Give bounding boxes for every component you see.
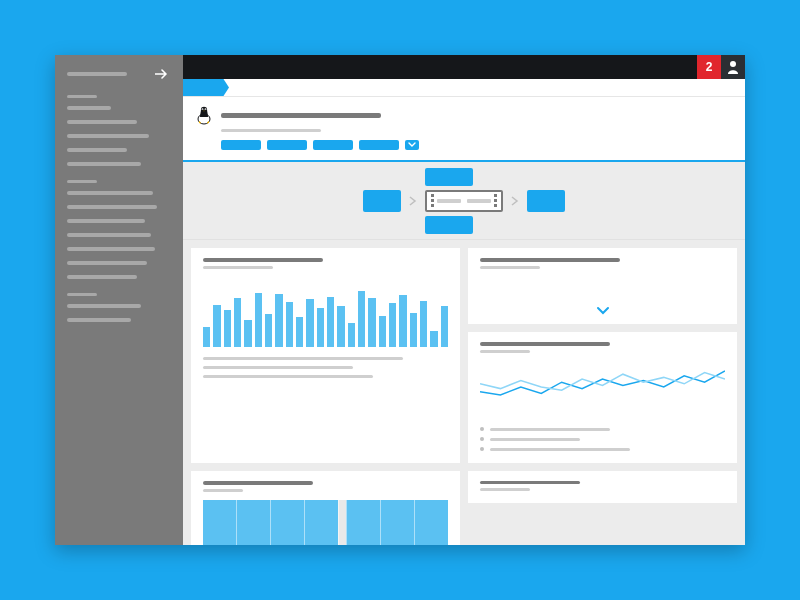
sidebar-group [67,293,171,322]
band-segment [270,500,304,545]
line-chart-card [468,332,737,463]
bar [296,317,303,347]
band-segment [236,500,270,545]
list-item-label [490,428,610,431]
topology-node[interactable] [527,190,565,212]
card-title [480,258,620,262]
main: 2 [183,55,745,545]
page-header [183,97,745,162]
card-subtitle [203,489,243,492]
card-title [203,258,323,262]
card-subtitle [480,488,530,491]
bar [275,294,282,347]
list-item [480,447,725,451]
tag[interactable] [313,140,353,150]
user-menu-button[interactable] [721,55,745,79]
arrow-right-icon [409,196,417,206]
list-item [480,437,725,441]
sidebar-item[interactable] [67,304,141,308]
sidebar-item[interactable] [67,120,137,124]
svg-point-4 [202,109,203,110]
tag[interactable] [267,140,307,150]
sidebar-group-label [67,95,97,98]
card-title [203,481,313,485]
bar [337,306,344,347]
bullet-icon [480,437,484,441]
line-chart [480,363,725,419]
bar [348,323,355,347]
band-chart [203,500,448,545]
chevron-down-icon [408,142,416,148]
sidebar-item[interactable] [67,261,147,265]
expand-card-button[interactable] [593,304,613,318]
band-segment [338,500,346,545]
sidebar-item[interactable] [67,148,127,152]
sidebar-item[interactable] [67,134,149,138]
sidebar-item[interactable] [67,318,131,322]
bar [306,299,313,347]
user-icon [727,60,739,74]
summary-card [468,248,737,324]
bar [379,316,386,347]
bar [358,291,365,347]
sidebar-item[interactable] [67,233,151,237]
sidebar-item[interactable] [67,205,157,209]
bar [399,295,406,347]
card-subtitle [480,266,540,269]
topbar-spacer [183,55,697,79]
card-body-text [203,357,448,378]
text-line [203,357,403,360]
page-subtitle [221,129,321,132]
topology-node[interactable] [425,168,473,186]
breadcrumb [183,79,745,97]
topology-node[interactable] [363,190,401,212]
arrow-right-icon [511,196,519,206]
text-line [203,375,373,378]
band-segment [414,500,448,545]
bar [286,302,293,347]
bar [317,308,324,347]
tag[interactable] [221,140,261,150]
breadcrumb-root[interactable] [183,79,229,96]
sidebar-item[interactable] [67,247,155,251]
sidebar-item[interactable] [67,191,153,195]
sidebar-group [67,180,171,279]
line-series [480,373,725,391]
sidebar-item[interactable] [67,275,137,279]
text-line [203,366,353,369]
tag[interactable] [359,140,399,150]
bar [410,313,417,347]
topology-node[interactable] [425,216,473,234]
sidebar-item[interactable] [67,106,111,110]
collapse-sidebar-button[interactable] [153,65,171,83]
cards-grid [183,240,745,545]
card-subtitle [480,350,530,353]
sidebar-title [67,72,127,76]
card-subtitle [203,266,273,269]
arrow-right-icon [155,69,169,79]
bar [213,305,220,347]
sidebar-item[interactable] [67,219,145,223]
topology-server-node[interactable] [425,190,503,212]
sidebar-group-label [67,180,97,183]
topology-stack [425,168,503,234]
svg-point-5 [205,109,206,110]
card-title [480,342,610,346]
sidebar-item[interactable] [67,162,141,166]
bullet-icon [480,447,484,451]
card-title [480,481,580,484]
list-item-label [490,448,630,451]
band-segment [380,500,414,545]
bar [203,327,210,347]
bar [420,301,427,347]
list-item-label [490,438,580,441]
sidebar-group [67,95,171,166]
stub-card [468,471,737,503]
tag-row [221,140,733,150]
bullet-icon [480,427,484,431]
tag-more-button[interactable] [405,140,419,150]
bar [441,306,448,347]
bar [234,298,241,347]
bar [430,331,437,347]
notification-badge[interactable]: 2 [697,55,721,79]
